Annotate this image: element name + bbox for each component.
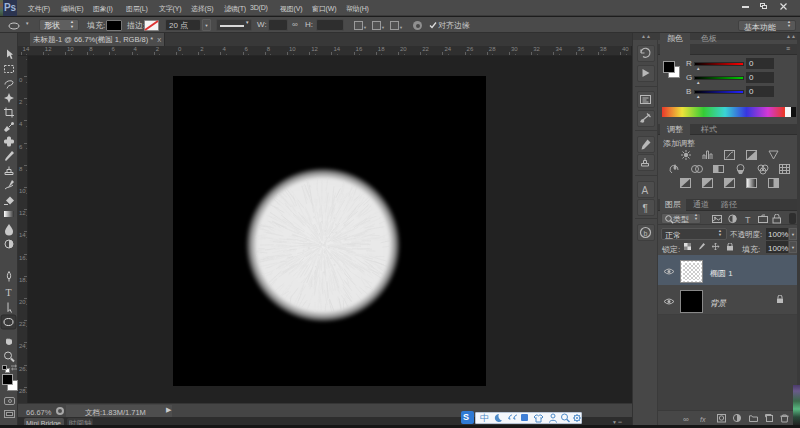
svg-text:b: b [644,230,648,237]
svg-text:A: A [642,185,649,196]
svg-text:∞: ∞ [683,415,689,424]
svg-text:T: T [745,215,751,225]
svg-text:T: T [6,287,12,298]
svg-text:¶: ¶ [643,203,648,214]
svg-text:fx: fx [700,416,706,423]
